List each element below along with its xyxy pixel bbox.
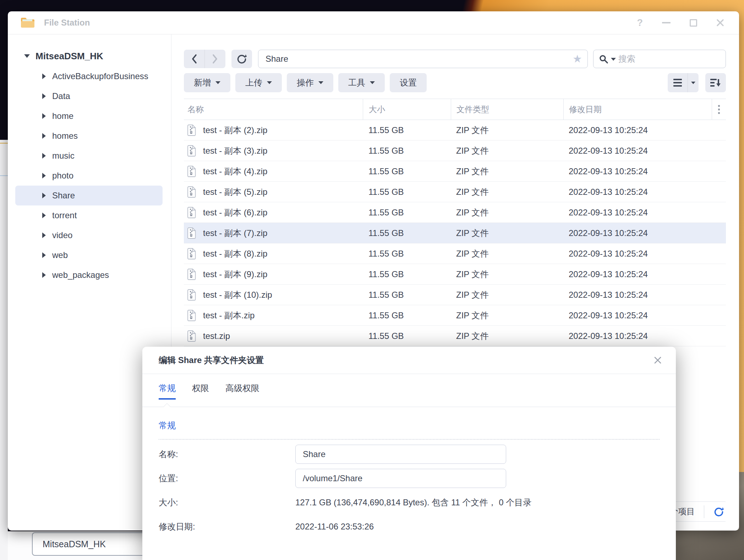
cell-name: test - 副本 (9).zip: [184, 269, 363, 280]
expand-icon[interactable]: [42, 213, 46, 218]
collapse-icon[interactable]: [24, 54, 30, 58]
tab-general[interactable]: 常规: [159, 383, 176, 400]
search-icon[interactable]: [599, 54, 616, 64]
share-name-input[interactable]: [295, 445, 506, 464]
table-row[interactable]: test - 副本 (6).zip11.55 GBZIP 文件2022-09-1…: [184, 202, 726, 223]
sidebar-item-label: Share: [52, 191, 75, 201]
file-name: test - 副本 (4).zip: [203, 166, 267, 177]
file-modified-date: 2022-09-13 10:25:24: [563, 208, 712, 218]
column-header-modified[interactable]: 修改日期: [563, 99, 712, 120]
expand-icon[interactable]: [42, 153, 46, 159]
column-header-type[interactable]: 文件类型: [451, 99, 563, 120]
view-mode-caret-icon[interactable]: [688, 73, 699, 92]
name-label: 名称:: [159, 449, 295, 460]
sidebar-item-data[interactable]: Data: [15, 86, 163, 106]
sidebar-item-video[interactable]: video: [15, 225, 163, 245]
close-icon[interactable]: [716, 19, 724, 27]
tab-permissions[interactable]: 权限: [192, 383, 209, 400]
file-type: ZIP 文件: [451, 269, 563, 280]
action-button[interactable]: 操作: [287, 73, 333, 92]
upload-button[interactable]: 上传: [235, 73, 282, 92]
sidebar-item-share[interactable]: Share: [15, 186, 163, 205]
table-row[interactable]: test - 副本 (3).zip11.55 GBZIP 文件2022-09-1…: [184, 141, 726, 161]
sidebar-item-label: torrent: [52, 210, 77, 220]
file-modified-date: 2022-09-13 10:25:24: [563, 331, 712, 341]
expand-icon[interactable]: [42, 252, 46, 258]
file-name: test - 副本 (7).zip: [203, 227, 267, 239]
column-header-name[interactable]: 名称: [184, 99, 363, 120]
titlebar: File Station ?: [8, 11, 739, 34]
table-row[interactable]: test - 副本 (9).zip11.55 GBZIP 文件2022-09-1…: [184, 264, 726, 285]
minimize-icon[interactable]: [662, 22, 671, 23]
file-type: ZIP 文件: [451, 227, 563, 239]
table-row[interactable]: test.zip11.55 GBZIP 文件2022-09-13 10:25:2…: [184, 326, 726, 346]
sidebar-item-label: photo: [52, 171, 73, 181]
column-header-size[interactable]: 大小: [363, 99, 451, 120]
settings-button[interactable]: 设置: [390, 73, 427, 92]
sidebar-item-activebackupforbusiness[interactable]: ActiveBackupforBusiness: [15, 66, 163, 86]
close-icon: [654, 356, 662, 364]
list-view-icon[interactable]: [668, 73, 688, 92]
field-row-modified: 修改日期: 2022-11-06 23:53:26: [159, 517, 660, 536]
sidebar-item-label: web_packages: [52, 270, 109, 280]
maximize-icon[interactable]: [690, 19, 697, 27]
sidebar-item-photo[interactable]: photo: [15, 166, 163, 186]
forward-button[interactable]: [205, 50, 225, 68]
tab-advanced-permissions[interactable]: 高级权限: [225, 383, 259, 400]
table-row[interactable]: test - 副本 (4).zip11.55 GBZIP 文件2022-09-1…: [184, 161, 726, 182]
file-size: 11.55 GB: [363, 187, 451, 197]
expand-icon[interactable]: [42, 173, 46, 179]
sidebar-item-home[interactable]: home: [15, 106, 163, 126]
new-button[interactable]: 新增: [184, 73, 230, 92]
expand-icon[interactable]: [42, 193, 46, 198]
share-modified-value: 2022-11-06 23:53:26: [295, 522, 374, 532]
sidebar-item-homes[interactable]: homes: [15, 126, 163, 146]
help-icon[interactable]: ?: [637, 17, 643, 28]
file-name: test - 副本 (5).zip: [203, 186, 267, 198]
table-row[interactable]: test - 副本.zip11.55 GBZIP 文件2022-09-13 10…: [184, 305, 726, 326]
table-row[interactable]: test - 副本 (5).zip11.55 GBZIP 文件2022-09-1…: [184, 182, 726, 202]
expand-icon[interactable]: [42, 73, 46, 79]
search-options-caret-icon[interactable]: [611, 58, 616, 61]
refresh-button[interactable]: [231, 50, 252, 68]
view-mode-button[interactable]: [668, 73, 699, 92]
sidebar-item-label: music: [52, 151, 75, 161]
sort-button[interactable]: [705, 73, 726, 92]
file-name: test - 副本 (8).zip: [203, 248, 267, 259]
field-row-size: 大小: 127.1 GB (136,474,690,814 Bytes). 包含…: [159, 493, 660, 512]
dialog-close-button[interactable]: [654, 356, 662, 364]
path-input[interactable]: [258, 50, 588, 68]
expand-icon[interactable]: [42, 232, 46, 238]
file-modified-date: 2022-09-13 10:25:24: [563, 125, 712, 135]
cell-name: test - 副本 (8).zip: [184, 248, 363, 259]
sidebar-item-web_packages[interactable]: web_packages: [15, 265, 163, 285]
expand-icon[interactable]: [42, 93, 46, 99]
refresh-list-icon[interactable]: [713, 506, 724, 517]
table-row[interactable]: test - 副本 (7).zip11.55 GBZIP 文件2022-09-1…: [184, 223, 726, 243]
file-size: 11.55 GB: [363, 331, 451, 341]
sort-icon: [710, 78, 721, 87]
expand-icon[interactable]: [42, 133, 46, 139]
favorite-star-icon[interactable]: ★: [573, 53, 582, 65]
table-row[interactable]: test - 副本 (2).zip11.55 GBZIP 文件2022-09-1…: [184, 120, 726, 141]
settings-button-label: 设置: [400, 77, 417, 88]
tools-button[interactable]: 工具: [338, 73, 385, 92]
sidebar-item-music[interactable]: music: [15, 146, 163, 166]
expand-icon[interactable]: [42, 272, 46, 278]
sidebar-item-label: ActiveBackupforBusiness: [52, 71, 148, 81]
expand-icon[interactable]: [42, 113, 46, 119]
table-row[interactable]: test - 副本 (8).zip11.55 GBZIP 文件2022-09-1…: [184, 243, 726, 264]
sidebar-item-web[interactable]: web: [15, 245, 163, 265]
file-size: 11.55 GB: [363, 269, 451, 279]
file-size: 11.55 GB: [363, 146, 451, 156]
column-options-button[interactable]: [712, 99, 726, 120]
sidebar-root-mitseadsm_hk[interactable]: MitseaDSM_HK: [8, 46, 171, 66]
table-row[interactable]: test - 副本 (10).zip11.55 GBZIP 文件2022-09-…: [184, 285, 726, 305]
background-window-accent2: [0, 175, 8, 176]
dialog-title: 编辑 Share 共享文件夹设置: [159, 355, 264, 366]
back-button[interactable]: [184, 50, 204, 68]
share-location-input[interactable]: [295, 469, 506, 488]
dialog-body: 常规 名称: 位置: 大小: 127.1 GB (136,474,690,814…: [142, 407, 676, 536]
file-type: ZIP 文件: [451, 166, 563, 177]
sidebar-item-torrent[interactable]: torrent: [15, 205, 163, 225]
